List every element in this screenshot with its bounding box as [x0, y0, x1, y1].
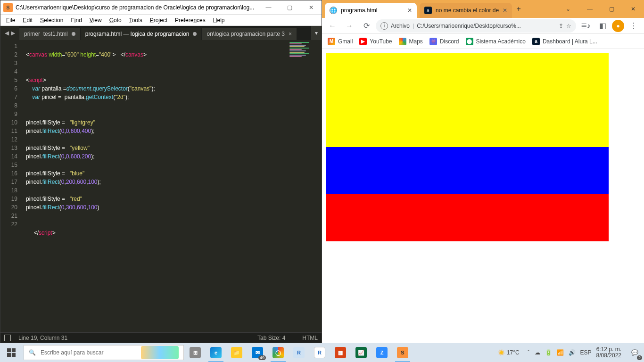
close-button[interactable]: ✕ [300, 0, 322, 15]
close-tab-icon[interactable]: ✕ [503, 7, 507, 14]
bookmark-discord[interactable]: 👾Discord [429, 38, 459, 45]
chrome-caret-down-icon[interactable]: ⌄ [557, 0, 579, 18]
onedrive-icon[interactable]: ☁ [535, 349, 540, 356]
volume-icon[interactable]: 🔊 [569, 349, 576, 356]
menu-view[interactable]: View [87, 16, 105, 25]
taskbar-r[interactable]: R [289, 343, 309, 362]
gmail-icon: M [328, 38, 335, 45]
sublime-window: S C:\Users\marioenrique\Desktop\curso de… [0, 0, 322, 343]
sun-icon: ☀️ [498, 349, 505, 356]
menu-project[interactable]: Project [147, 16, 170, 25]
tab-primer-test[interactable]: primer_test1.html [19, 28, 81, 40]
taskbar-explorer[interactable]: 📁 [226, 343, 247, 362]
status-panel-icon[interactable] [4, 335, 11, 341]
sublime-tabbar: ◀ ▶ primer_test1.html programa.html — lo… [0, 26, 322, 40]
taskbar-app1[interactable]: ▦ [330, 343, 351, 362]
chrome-tab-alura[interactable]: a no me cambia el color de ✕ [420, 3, 512, 18]
windows-taskbar: 🔍 Escribe aquí para buscar ⊞ e 📁 ✉49 ◯ R… [0, 343, 644, 362]
system-tray: ☀️17°C ˄ ☁ 🔋 📶 🔊 ESP 6:12 p. m. 8/08/202… [494, 346, 625, 359]
taskbar-rstudio[interactable]: R [309, 343, 330, 362]
start-button[interactable] [0, 343, 23, 362]
menu-find[interactable]: Find [68, 16, 84, 25]
url-text: C:/Users/marioenrique/Desktop/curso%... [417, 23, 556, 29]
bookmark-maps[interactable]: Maps [399, 38, 423, 45]
search-placeholder: Escribe aquí para buscar [41, 349, 103, 356]
menu-selection[interactable]: Selection [37, 16, 66, 25]
clock[interactable]: 6:12 p. m. 8/08/2022 [596, 346, 621, 359]
task-view-button[interactable]: ⊞ [185, 343, 206, 362]
notification-icon: 💬 [631, 349, 638, 356]
globe-icon: 🌐 [330, 7, 337, 14]
new-tab-button[interactable]: + [512, 5, 525, 13]
bookmark-gmail[interactable]: MGmail [328, 38, 353, 45]
bookmark-sistema[interactable]: ⬤Sistema Académico [466, 38, 526, 45]
maps-icon [399, 38, 406, 45]
status-syntax[interactable]: HTML [302, 335, 318, 341]
editor-body: 12345678910111213141516171819202122 <can… [0, 40, 322, 332]
sublime-titlebar[interactable]: S C:\Users\marioenrique\Desktop\curso de… [0, 0, 322, 15]
profile-avatar[interactable]: ● [612, 20, 624, 32]
chrome-tab-programa[interactable]: 🌐 programa.html ✕ [325, 3, 417, 18]
bookmarks-bar: MGmail ▶YouTube Maps 👾Discord ⬤Sistema A… [322, 34, 644, 49]
menu-goto[interactable]: Goto [107, 16, 124, 25]
taskbar-search[interactable]: 🔍 Escribe aquí para buscar [24, 345, 184, 360]
forward-button[interactable]: → [342, 19, 357, 33]
menu-help[interactable]: Help [210, 16, 228, 25]
status-tabsize[interactable]: Tab Size: 4 [257, 335, 285, 341]
sublime-app-icon: S [3, 3, 13, 12]
keyboard-lang[interactable]: ESP [580, 349, 592, 356]
close-button[interactable]: ✕ [622, 0, 644, 18]
globe-icon: ⬤ [466, 38, 473, 45]
taskbar-mail[interactable]: ✉49 [247, 343, 268, 362]
menu-edit[interactable]: Edit [20, 16, 35, 25]
tab-logica3[interactable]: on\logica programacion parte 3 × [202, 28, 297, 40]
omnibox[interactable]: i Archivo | C:/Users/marioenrique/Deskto… [376, 19, 576, 33]
youtube-icon: ▶ [359, 38, 367, 45]
tab-programa[interactable]: programa.html — logica de programacion [81, 28, 202, 40]
taskbar-edge[interactable]: e [206, 343, 226, 362]
minimize-button[interactable]: — [579, 0, 601, 18]
menu-tools[interactable]: Tools [126, 16, 145, 25]
kebab-menu-icon[interactable]: ⋮ [626, 19, 641, 33]
chrome-tabstrip: 🌐 programa.html ✕ a no me cambia el colo… [322, 0, 644, 18]
weather-widget[interactable]: ☀️17°C [498, 349, 520, 356]
star-icon[interactable]: ☆ [566, 23, 571, 29]
reading-list-icon[interactable]: ≣♪ [578, 19, 593, 33]
code-area[interactable]: <canvas width="600" height="400"> </canv… [22, 40, 288, 332]
wifi-icon[interactable]: 📶 [557, 349, 564, 356]
sidepanel-icon[interactable]: ◧ [595, 19, 610, 33]
maximize-button[interactable]: ▢ [601, 0, 622, 18]
minimize-button[interactable]: — [258, 0, 279, 15]
minimap[interactable] [288, 40, 322, 332]
line-gutter[interactable]: 12345678910111213141516171819202122 [0, 40, 22, 332]
tab-label: primer_test1.html [24, 31, 68, 37]
svg-rect-2 [7, 353, 11, 357]
taskbar-chrome[interactable]: ◯ [268, 343, 289, 362]
chrome-tab-title: no me cambia el color de [436, 7, 499, 14]
svg-rect-3 [12, 353, 16, 357]
close-tab-icon[interactable]: ✕ [407, 7, 412, 14]
reload-button[interactable]: ⟳ [359, 19, 374, 33]
action-center-button[interactable]: 💬 2 [625, 343, 644, 362]
tab-overflow-button[interactable]: ▾ [311, 26, 322, 40]
menu-preferences[interactable]: Preferences [172, 16, 208, 25]
tab-label: programa.html — logica de programacion [85, 31, 190, 37]
menu-file[interactable]: File [3, 16, 18, 25]
tray-chevron-icon[interactable]: ˄ [527, 349, 530, 356]
dirty-dot-icon [72, 32, 75, 36]
battery-icon[interactable]: 🔋 [545, 349, 552, 356]
info-icon[interactable]: i [380, 22, 388, 30]
taskbar-app2[interactable]: 📈 [351, 343, 372, 362]
page-viewport[interactable] [322, 49, 644, 343]
search-icon: 🔍 [29, 349, 36, 356]
tab-nav-arrows[interactable]: ◀ ▶ [0, 26, 19, 40]
back-button[interactable]: ← [325, 19, 340, 33]
bookmark-youtube[interactable]: ▶YouTube [359, 38, 392, 45]
taskbar-sublime[interactable]: S [392, 343, 413, 362]
share-icon[interactable]: ⇪ [559, 23, 563, 29]
taskbar-zoom[interactable]: Z [372, 343, 392, 362]
close-tab-icon[interactable]: × [289, 31, 292, 37]
maximize-button[interactable]: ▢ [279, 0, 300, 15]
bookmark-alura[interactable]: aDashboard | Alura L... [532, 38, 597, 45]
sublime-title-text: C:\Users\marioenrique\Desktop\curso de p… [16, 4, 258, 11]
